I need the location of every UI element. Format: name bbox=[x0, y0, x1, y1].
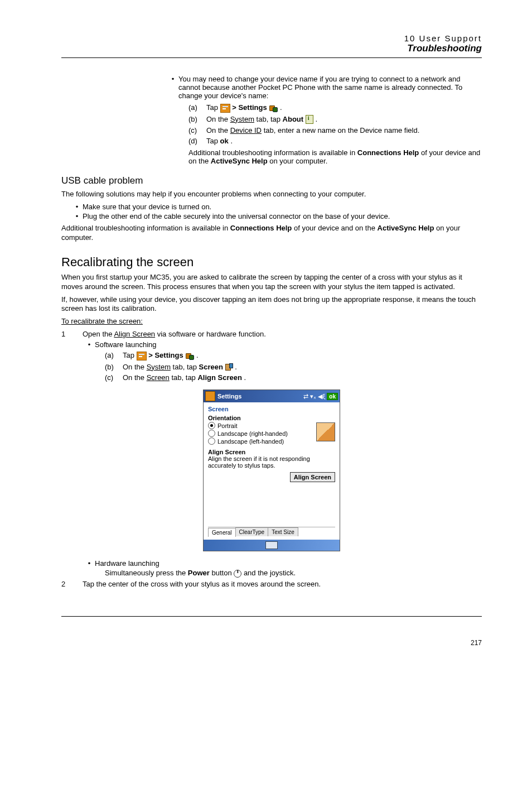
align-screen-heading: Align Screen bbox=[208, 449, 335, 455]
hw-mid: button bbox=[212, 569, 234, 577]
orientation-preview-icon bbox=[316, 422, 335, 441]
bullet-dot: • bbox=[71, 203, 83, 211]
step-a-mid: > Settings bbox=[232, 103, 269, 112]
step-a-pre: Tap bbox=[206, 103, 220, 112]
radio-icon[interactable] bbox=[208, 422, 215, 429]
step-d-bold: ok bbox=[220, 137, 229, 145]
soft-c-b: Align Screen bbox=[197, 373, 241, 382]
tab-general[interactable]: General bbox=[208, 528, 236, 537]
device-screenshot: Settings ⇄ ▾ₓ ◀ξ ok Screen Orientation P… bbox=[203, 390, 340, 551]
header-rule bbox=[61, 57, 482, 58]
soft-b-u: System bbox=[147, 363, 171, 371]
align-screen-desc: Align the screen if it is not responding… bbox=[208, 455, 335, 469]
tab-cleartype[interactable]: ClearType bbox=[235, 527, 269, 536]
sip-bar bbox=[204, 540, 340, 551]
radio-icon[interactable] bbox=[208, 438, 215, 445]
screen-heading: Screen bbox=[204, 402, 340, 414]
usb-note-b2: ActiveSync Help bbox=[378, 224, 434, 232]
recal-p1: When you first startup your MC35, you ar… bbox=[61, 273, 482, 292]
hw-b: Power bbox=[188, 569, 210, 577]
titlebar: Settings ⇄ ▾ₓ ◀ξ ok bbox=[204, 390, 340, 402]
step-c-device: Device ID bbox=[230, 126, 262, 134]
header-section: Troubleshooting bbox=[61, 43, 482, 54]
bullet-dot: • bbox=[167, 75, 178, 100]
orientation-label: Orientation bbox=[208, 415, 335, 421]
soft-b-post: . bbox=[235, 363, 237, 371]
step-d-post: . bbox=[230, 137, 233, 145]
note1-pre: Additional troubleshooting information i… bbox=[188, 148, 357, 157]
usb-intro: The following solutions may help if you … bbox=[61, 190, 482, 199]
tab-textsize[interactable]: Text Size bbox=[268, 527, 298, 536]
radio-land-r-label: Landscape (right-handed) bbox=[217, 430, 288, 437]
page-number: 217 bbox=[61, 639, 482, 647]
hw-post: and the joystick. bbox=[244, 569, 296, 577]
keyboard-icon[interactable] bbox=[265, 541, 278, 549]
radio-icon[interactable] bbox=[208, 430, 215, 437]
step-label-b: (b) bbox=[188, 115, 206, 123]
soft-b-mid: tab, tap bbox=[173, 363, 199, 371]
numlist-1: 1 bbox=[61, 330, 83, 338]
usb-note-b1: Connections Help bbox=[230, 224, 292, 232]
start-menu-icon[interactable] bbox=[205, 391, 215, 401]
n2-text: Tap the center of the cross with your st… bbox=[83, 580, 321, 588]
soft-c-u: Screen bbox=[147, 373, 170, 382]
about-icon bbox=[306, 115, 313, 124]
n1-post: via software or hardware function. bbox=[157, 330, 266, 338]
soft-a-post: . bbox=[196, 351, 199, 359]
step-label-c: (c) bbox=[188, 126, 206, 134]
settings-icon bbox=[269, 104, 278, 112]
usb-note-mid: of your device and on the bbox=[294, 224, 378, 232]
connectivity-icon[interactable]: ⇄ bbox=[303, 393, 308, 400]
usb-heading: USB cable problem bbox=[61, 175, 482, 186]
titlebar-title: Settings bbox=[217, 393, 302, 400]
settings-icon bbox=[185, 352, 194, 360]
recal-proc-label: To recalibrate the screen: bbox=[61, 317, 482, 326]
numlist-2: 2 bbox=[61, 580, 83, 588]
screen-icon bbox=[225, 363, 233, 371]
bullet-dot: • bbox=[71, 212, 83, 220]
start-icon bbox=[137, 352, 147, 360]
hardware-launching: Hardware launching bbox=[95, 559, 482, 568]
soft-b-b: Screen bbox=[199, 363, 223, 371]
volume-icon[interactable]: ◀ξ bbox=[318, 393, 325, 400]
usb-b1: Make sure that your device is turned on. bbox=[83, 203, 482, 211]
footer-rule bbox=[61, 616, 482, 617]
step-b-post: . bbox=[315, 115, 317, 123]
soft-label-c: (c) bbox=[105, 373, 123, 382]
step-d-pre: Tap bbox=[206, 137, 220, 145]
recal-p2: If, however, while using your device, yo… bbox=[61, 295, 482, 314]
step-b-system: System bbox=[230, 115, 254, 123]
hw-pre: Simultaneously press the bbox=[105, 569, 188, 577]
software-launching: Software launching bbox=[95, 340, 482, 349]
n1-u: Align Screen bbox=[114, 330, 155, 338]
radio-portrait[interactable]: Portrait bbox=[208, 422, 316, 429]
step-label-d: (d) bbox=[188, 137, 206, 145]
note1-b1: Connections Help bbox=[357, 148, 419, 157]
n1-pre: Open the bbox=[83, 330, 114, 338]
bullet-dot: • bbox=[84, 340, 95, 349]
step-b-bold: About bbox=[283, 115, 304, 123]
recal-title: Recalibrating the screen bbox=[61, 255, 482, 270]
step-a-post: . bbox=[280, 103, 282, 112]
note1-post: on your computer. bbox=[269, 157, 327, 165]
step-b-mid: tab, tap bbox=[257, 115, 283, 123]
ok-button[interactable]: ok bbox=[327, 393, 338, 400]
bullet-dot: • bbox=[84, 559, 95, 568]
signal-icon[interactable]: ▾ₓ bbox=[310, 393, 316, 400]
usb-note-pre: Additional troubleshooting information i… bbox=[61, 224, 230, 232]
soft-c-post: . bbox=[244, 373, 246, 382]
start-icon bbox=[220, 104, 230, 113]
radio-portrait-label: Portrait bbox=[217, 422, 237, 429]
soft-c-pre: On the bbox=[123, 373, 147, 382]
step-label-a: (a) bbox=[188, 103, 206, 112]
radio-land-l-label: Landscape (left-handed) bbox=[217, 438, 284, 445]
note1-b2: ActiveSync Help bbox=[211, 157, 268, 165]
soft-a-mid: > Settings bbox=[148, 351, 185, 359]
device-name-note: You may need to change your device name … bbox=[178, 75, 482, 100]
align-screen-button[interactable]: Align Screen bbox=[290, 472, 335, 482]
radio-landscape-left[interactable]: Landscape (left-handed) bbox=[208, 438, 316, 445]
step-c-post: tab, enter a new name on the Device name… bbox=[264, 126, 420, 134]
radio-landscape-right[interactable]: Landscape (right-handed) bbox=[208, 430, 316, 437]
usb-b2: Plug the other end of the cable securely… bbox=[83, 212, 482, 220]
soft-a-pre: Tap bbox=[123, 351, 137, 359]
